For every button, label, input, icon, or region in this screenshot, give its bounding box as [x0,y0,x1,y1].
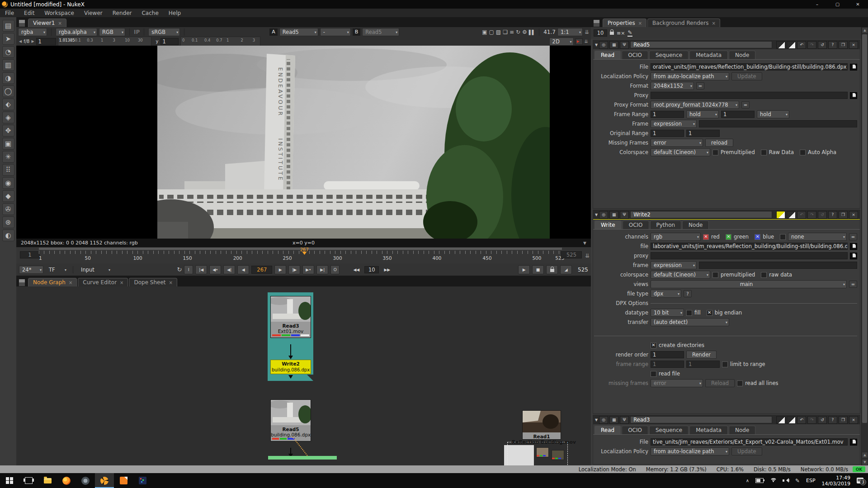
blue-checkbox[interactable] [755,234,760,240]
float-icon[interactable]: ❐ [839,211,848,219]
menu-help[interactable]: Help [164,10,186,16]
collapse-icon[interactable]: ▼ [595,418,598,422]
fill-checkbox[interactable] [686,310,692,316]
proxy-format-select[interactable]: root.proxy_format 1024x778 [651,101,739,109]
split-panel-icon[interactable] [787,41,796,49]
play-backward-button[interactable]: ◀ [237,265,249,274]
loop-mode-button[interactable]: O [330,265,340,274]
preview-icon[interactable]: ▦ [609,416,618,424]
input-range-select[interactable]: Input [78,266,112,274]
file-browser-icon[interactable] [850,439,857,446]
tab-ocio[interactable]: OCIO [622,426,648,434]
extra-channel-checkbox[interactable] [780,234,786,240]
big-endian-checkbox[interactable] [707,310,712,316]
file-input[interactable]: tive_units/Jim_reaves/Exteriors/Ext_Expo… [651,438,848,446]
orig-first-input[interactable]: 1 [651,130,684,137]
prev-keyframe-button[interactable]: ◀• [209,265,221,274]
color-icon[interactable]: ◑ [2,72,14,84]
format-select[interactable]: 2048x1152 [651,82,694,90]
green-checkbox[interactable] [726,234,731,240]
center-node-icon[interactable]: ◎ [599,416,608,424]
blue-app-icon[interactable] [133,473,152,488]
deep-icon[interactable]: ⠿ [2,164,14,176]
other-icon[interactable]: ⊛ [2,216,14,228]
node-read1[interactable]: Read1 [522,410,561,440]
maximize-panel-icon[interactable] [776,416,785,424]
pane-menu-icon[interactable] [19,279,25,286]
proxy-input[interactable] [651,252,848,259]
tf-select[interactable]: TF [46,266,68,274]
proxy-input[interactable] [651,92,848,99]
close-icon[interactable]: × [169,280,173,285]
battery-icon[interactable] [755,478,764,483]
colorspace-select[interactable]: default (Cineon) [651,148,710,156]
close-icon[interactable]: × [120,280,123,285]
time-icon[interactable]: ◔ [2,46,14,58]
overlay-icon[interactable]: ❏ [503,29,508,35]
goto-end-button[interactable]: ▶| [316,265,328,274]
close-icon[interactable]: × [849,416,858,424]
channels-select[interactable]: rgb [651,233,701,241]
collapse-icon[interactable]: ⇊ [585,29,589,35]
datatype-select[interactable]: 10 bit [651,309,684,317]
tab-read[interactable]: Read [594,426,621,434]
timeline-in-input[interactable]: 1 [20,251,40,258]
step-back-button[interactable]: ◀| [223,265,235,274]
tab-sequence[interactable]: Sequence [649,51,689,59]
wifi-icon[interactable] [770,478,776,483]
raw-data-checkbox[interactable] [761,150,767,155]
format-mode-icon[interactable]: ▢ [489,29,494,35]
tab-metadata[interactable]: Metadata [689,426,728,434]
collapse-icon[interactable]: ⇊ [585,39,588,44]
gain-input[interactable]: 1 [36,38,56,45]
clear-panels-icon[interactable]: ≡× [617,30,625,36]
notifications-icon[interactable]: 3 [857,478,863,483]
transform-icon[interactable]: ✥ [2,125,14,136]
bbox-mode-icon[interactable]: ▣ [482,29,487,35]
tab-node[interactable]: Node [682,221,709,229]
frame-range-last-input[interactable]: 1 [721,111,755,118]
undo-icon[interactable]: ↶ [797,416,806,424]
close-button[interactable]: ✕ [848,0,868,9]
maximize-panel-icon[interactable] [776,41,785,49]
gain-next-icon[interactable]: ▶ [31,39,34,43]
redo-icon[interactable]: ↷ [807,211,816,219]
orig-last-input[interactable]: 1 [686,130,720,137]
after-select[interactable]: hold [757,110,789,118]
start-button[interactable] [0,473,19,488]
tab-background-renders[interactable]: Background Renders× [647,19,720,27]
render-range-last-input[interactable]: 1 [686,361,720,368]
sampler-icon[interactable] [576,38,583,45]
colorspace-select[interactable]: default (Cineon) [651,271,710,279]
node-name-input[interactable]: Read5 [630,41,772,48]
lut-select[interactable]: sRGB [148,28,180,36]
gamma-input[interactable]: 1 [160,38,179,45]
wrench-icon[interactable]: Ψ [620,211,629,219]
particles-icon[interactable]: ✳ [2,151,14,163]
pause-icon[interactable]: ▌▌ [529,30,535,35]
extra-channel-select[interactable]: none [788,233,847,241]
render-icon[interactable]: ◐ [2,230,14,241]
stack-icon[interactable]: ≡ [509,29,514,35]
nuke-taskbar-icon[interactable] [95,473,114,488]
filetype-help-button[interactable]: ? [684,290,692,297]
equals-button[interactable]: = [849,281,857,288]
collapse-icon[interactable]: ▼ [595,43,598,47]
lock-icon[interactable] [610,30,614,36]
node-read3[interactable]: Read3 Ext01.mov [270,296,311,338]
close-icon[interactable]: × [712,21,715,26]
merge-icon[interactable]: ◈ [2,112,14,123]
preview-icon[interactable]: ▦ [609,211,618,219]
float-icon[interactable]: ❐ [839,41,848,49]
mini-node[interactable] [552,450,564,460]
revert-icon[interactable]: ↺ [818,416,827,424]
undo-icon[interactable]: ↶ [797,211,806,219]
play-button[interactable]: ▶ [274,265,286,274]
update-button[interactable]: Update [731,72,762,80]
menu-workspace[interactable]: Workspace [39,10,79,16]
help-icon[interactable]: ? [828,416,837,424]
node-name-input[interactable]: Write2 [630,211,772,218]
gain-slider[interactable]: 1.01385 0.1 0.3 1 3 10 30 [58,37,151,46]
tab-node[interactable]: Node [729,426,755,434]
frame-expression-input[interactable] [699,120,857,127]
